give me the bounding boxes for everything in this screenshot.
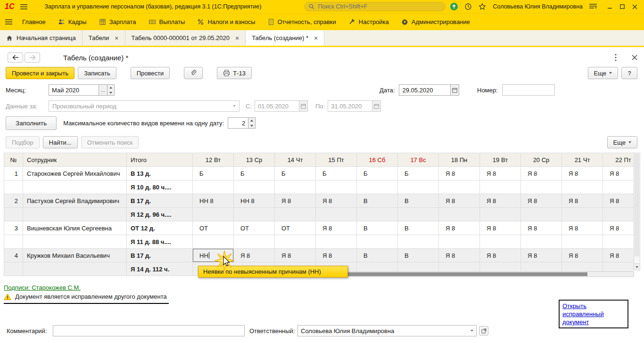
tab-close-icon[interactable]: × [115,35,118,41]
employee-name-cell[interactable] [23,208,127,221]
day-cell[interactable]: ОТ [275,221,316,235]
employee-name-cell[interactable] [23,180,127,194]
total-cell[interactable]: Я 11 д. 88 ч.... [127,235,193,249]
total-cell[interactable]: ОТ 12 д. [127,221,193,235]
day-cell[interactable]: Б [193,167,234,180]
day-cell[interactable] [521,235,562,249]
menu-item[interactable]: Зарплата [93,14,142,30]
vertical-scrollbar[interactable] [634,153,640,270]
column-header[interactable]: 20 Ср [521,153,562,167]
fill-button[interactable]: Заполнить [6,116,57,130]
day-cell[interactable]: НН 8 [193,194,234,208]
day-cell[interactable]: Я 8 [603,167,634,180]
day-cell[interactable]: Я 8 [521,167,562,180]
current-user[interactable]: Соловьева Юлия Владимировна [493,3,583,10]
day-cell[interactable] [234,208,275,221]
employee-name-cell[interactable]: Вишневская Юлия Сергеевна [23,221,127,235]
employee-name-cell[interactable] [23,235,127,249]
day-cell[interactable] [439,235,480,249]
responsible-input[interactable]: Соловьева Юлия Владимировна [297,325,477,336]
calendar-icon[interactable] [451,84,459,96]
total-cell[interactable]: В 17 д. [127,249,193,262]
max-types-stepper[interactable] [248,117,256,129]
pick-button[interactable]: Подбор [6,136,40,148]
day-cell[interactable]: В [398,249,439,262]
tab[interactable]: Начальная страница [0,30,83,46]
day-cell[interactable] [562,180,603,194]
global-search-input[interactable]: Поиск Ctrl+Shift+F [304,2,446,11]
day-cell[interactable] [562,235,603,249]
column-header[interactable]: 16 Сб [357,153,398,167]
column-header[interactable]: 22 Пт [603,153,634,167]
comment-input[interactable] [53,325,245,336]
month-input[interactable]: Май 2020 [49,84,99,96]
day-cell[interactable]: В [398,221,439,235]
day-cell[interactable]: НН 8 [234,194,275,208]
back-button[interactable] [8,52,23,63]
day-cell[interactable]: Я 8 [480,167,521,180]
month-stepper[interactable] [107,84,115,96]
post-button[interactable]: Провести [131,67,170,79]
help-button[interactable]: ? [621,67,637,79]
day-cell[interactable] [439,208,480,221]
total-cell[interactable]: Я 10 д. 80 ч.... [127,180,193,194]
day-cell[interactable]: Я 8 [439,249,480,262]
menu-item[interactable]: Настройка [342,14,395,30]
day-cell[interactable]: ОТ [193,221,234,235]
column-header[interactable]: 21 Чт [562,153,603,167]
day-cell[interactable]: Я 8 [316,249,357,262]
menu-item[interactable]: Налоги и взносы [191,14,261,30]
find-button[interactable]: Найти... [43,136,78,148]
main-menu-icon[interactable] [18,1,29,12]
max-types-input[interactable]: 2 [228,117,248,129]
menu-item[interactable]: Выплаты [142,14,191,30]
row-number-cell[interactable]: 4 [4,249,23,262]
open-corrected-link[interactable]: Открыть исправленный документ [559,300,628,328]
total-cell[interactable]: В 13 д. [127,167,193,180]
employee-name-cell[interactable] [23,262,127,276]
open-responsible-button[interactable] [479,326,488,335]
day-cell[interactable]: Б [316,167,357,180]
day-cell[interactable] [275,180,316,194]
day-cell[interactable]: В [357,221,398,235]
day-cell[interactable] [357,208,398,221]
day-cell[interactable]: Б [357,167,398,180]
column-header[interactable]: № [4,153,23,167]
day-cell[interactable]: Б [275,167,316,180]
day-cell[interactable]: Я 8 [521,221,562,235]
total-cell[interactable]: В 17 д. [127,194,193,208]
column-header[interactable]: 17 Вс [398,153,439,167]
history-icon[interactable] [462,1,474,12]
day-cell[interactable]: Я 8 [316,221,357,235]
menu-item[interactable]: Отчетность, справки [262,14,342,30]
day-cell[interactable]: Я 8 [562,194,603,208]
day-cell[interactable]: Б [398,167,439,180]
day-cell[interactable]: В [398,194,439,208]
day-cell[interactable] [480,208,521,221]
day-cell[interactable]: Я 8 [480,194,521,208]
tab[interactable]: Табель 0000-000001 от 29.05.2020× [125,30,246,46]
day-cell[interactable]: Я 8 [562,221,603,235]
day-cell[interactable] [398,180,439,194]
row-number-cell[interactable]: 2 [4,194,23,208]
day-cell[interactable] [316,180,357,194]
scrollbar-thumb[interactable] [635,154,639,256]
more-button[interactable]: Еще [588,67,618,79]
day-cell[interactable] [316,208,357,221]
day-cell[interactable] [480,235,521,249]
column-header[interactable]: 18 Пн [439,153,480,167]
calendar-icon[interactable] [299,100,308,112]
column-header[interactable]: Итого [127,153,193,167]
day-cell[interactable]: Я 8 [275,249,316,262]
column-header[interactable]: 15 Пт [316,153,357,167]
minimize-button[interactable] [604,1,616,12]
day-cell[interactable]: Я 8 [439,194,480,208]
notifications-icon[interactable] [448,1,460,12]
tab-close-icon[interactable]: × [314,35,318,41]
favorites-icon[interactable] [477,1,488,12]
row-number-cell[interactable] [4,262,23,276]
form-close-icon[interactable] [632,55,637,60]
row-number-cell[interactable]: 1 [4,167,23,180]
day-cell[interactable] [562,208,603,221]
menu-item[interactable]: Главное [16,14,52,30]
